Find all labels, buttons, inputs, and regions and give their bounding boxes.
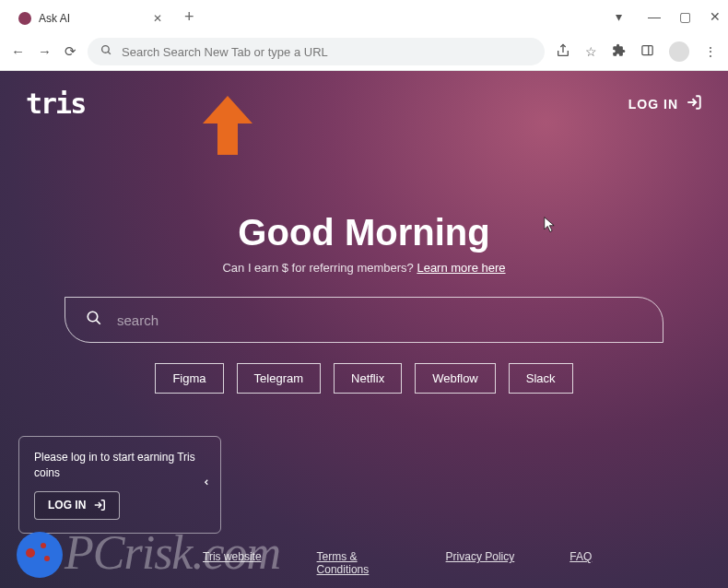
- learn-more-link[interactable]: Learn more here: [417, 261, 505, 275]
- login-icon: [686, 94, 702, 113]
- toast-login-button[interactable]: LOG IN: [34, 491, 120, 520]
- nav-buttons: ← → ⟳: [11, 43, 76, 60]
- toast-message: Please log in to start earning Tris coin…: [34, 450, 205, 482]
- login-icon: [93, 499, 106, 512]
- quick-link-slack[interactable]: Slack: [509, 363, 573, 394]
- mouse-cursor-icon: [544, 217, 557, 233]
- svg-point-0: [102, 46, 110, 53]
- logo: tris: [26, 88, 85, 120]
- bookmark-star-icon[interactable]: ☆: [585, 44, 597, 59]
- toolbar-icons: ☆ ⋮: [556, 41, 717, 62]
- minimize-button[interactable]: ―: [648, 9, 661, 24]
- footer-link-faq[interactable]: FAQ: [569, 550, 592, 576]
- quick-link-figma[interactable]: Figma: [155, 363, 223, 394]
- browser-chrome: Ask AI ✕ + ▾ ― ▢ ✕ ← → ⟳ Search Search N…: [0, 0, 728, 71]
- footer-link-terms[interactable]: Terms & Conditions: [317, 550, 391, 576]
- search-bar[interactable]: [65, 297, 663, 343]
- window-controls: ▾ ― ▢ ✕: [616, 9, 721, 24]
- quick-links: Figma Telegram Netflix Webflow Slack: [0, 363, 728, 394]
- svg-rect-2: [642, 46, 652, 55]
- search-icon: [86, 310, 102, 330]
- tabs-dropdown-icon[interactable]: ▾: [616, 9, 622, 24]
- greeting-title: Good Morning: [0, 212, 728, 253]
- profile-avatar-icon[interactable]: [669, 41, 689, 62]
- reload-button[interactable]: ⟳: [65, 43, 76, 60]
- maximize-button[interactable]: ▢: [679, 9, 691, 24]
- extensions-icon[interactable]: [612, 43, 626, 60]
- login-label: LOG IN: [628, 97, 678, 112]
- watermark-text: PCrisk.com: [65, 525, 280, 580]
- titlebar: Ask AI ✕ + ▾ ― ▢ ✕: [0, 0, 728, 33]
- subtext: Can I earn $ for referring members? Lear…: [0, 261, 728, 275]
- footer-link-privacy[interactable]: Privacy Policy: [446, 550, 515, 576]
- share-icon[interactable]: [556, 43, 570, 61]
- forward-button[interactable]: →: [38, 43, 52, 60]
- quick-link-webflow[interactable]: Webflow: [415, 363, 496, 394]
- browser-tab[interactable]: Ask AI ✕: [7, 4, 173, 33]
- new-tab-button[interactable]: +: [184, 7, 194, 27]
- search-input[interactable]: [117, 312, 642, 328]
- omnibox[interactable]: Search Search New Tab or type a URL: [88, 38, 545, 65]
- back-button[interactable]: ←: [11, 43, 25, 60]
- login-toast: Please log in to start earning Tris coin…: [18, 436, 221, 534]
- sidepanel-icon[interactable]: [640, 43, 654, 60]
- hero: Good Morning Can I earn $ for referring …: [0, 212, 728, 394]
- close-window-button[interactable]: ✕: [710, 9, 721, 24]
- login-button[interactable]: LOG IN: [628, 94, 702, 113]
- toast-login-label: LOG IN: [48, 498, 86, 513]
- svg-point-5: [88, 312, 98, 322]
- tab-close-icon[interactable]: ✕: [153, 12, 162, 25]
- watermark-logo-icon: [17, 532, 63, 578]
- page-content: tris LOG IN Good Morning Can I earn $ fo…: [0, 71, 728, 588]
- tab-title: Ask AI: [39, 12, 70, 25]
- svg-line-1: [108, 52, 111, 54]
- omnibox-placeholder: Search Search New Tab or type a URL: [122, 45, 328, 59]
- browser-toolbar: ← → ⟳ Search Search New Tab or type a UR…: [0, 33, 728, 70]
- quick-link-netflix[interactable]: Netflix: [334, 363, 402, 394]
- annotation-arrow-icon: [203, 96, 252, 155]
- toast-collapse-icon[interactable]: [202, 476, 211, 493]
- svg-line-6: [97, 321, 100, 324]
- page-header: tris LOG IN: [0, 71, 728, 120]
- tab-favicon-icon: [18, 12, 31, 25]
- menu-kebab-icon[interactable]: ⋮: [704, 44, 717, 59]
- quick-link-telegram[interactable]: Telegram: [237, 363, 321, 394]
- subtext-prefix: Can I earn $ for referring members?: [222, 261, 417, 275]
- search-icon: [100, 44, 112, 59]
